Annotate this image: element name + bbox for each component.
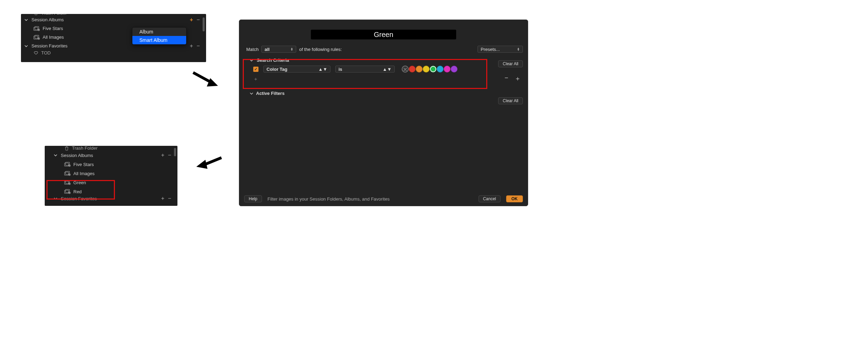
color-swatch-cyan[interactable] bbox=[437, 66, 444, 73]
color-swatch-green[interactable] bbox=[430, 66, 437, 73]
section-label: Search Criteria bbox=[257, 58, 289, 63]
chevron-down-icon bbox=[24, 44, 29, 48]
cancel-button[interactable]: Cancel bbox=[479, 195, 501, 202]
help-button[interactable]: Help bbox=[244, 195, 262, 202]
stepper-icon: ▲▼ bbox=[290, 47, 293, 51]
chevron-down-icon bbox=[54, 153, 59, 157]
menu-item-smart-album[interactable]: Smart Album bbox=[132, 36, 186, 44]
color-swatch-orange[interactable] bbox=[416, 66, 423, 73]
chevron-down-icon bbox=[250, 92, 253, 95]
rule-field-value: Color Tag bbox=[267, 67, 287, 72]
sidebar-label: Trash Folder bbox=[72, 146, 97, 151]
stepper-icon: ▲▼ bbox=[517, 47, 520, 51]
sidebar-item-label: All Images bbox=[73, 171, 95, 176]
chevron-down-icon bbox=[250, 59, 254, 62]
sidebar-item-tod-partial: TOD bbox=[21, 50, 206, 55]
remove-album-button[interactable]: − bbox=[197, 17, 200, 23]
sidebar-label: Trash Folder bbox=[41, 14, 67, 15]
match-label-prefix: Match bbox=[246, 47, 258, 52]
dialog-title-input[interactable]: Green bbox=[311, 30, 456, 39]
smart-album-icon bbox=[64, 180, 71, 185]
match-mode-select[interactable]: all ▲▼ bbox=[261, 46, 296, 53]
smart-album-icon bbox=[64, 189, 71, 194]
add-criteria-row: ＋ bbox=[239, 74, 528, 82]
sidebar-item-label: Five Stars bbox=[73, 162, 94, 167]
sidebar-group-session-albums[interactable]: Session Albums + − bbox=[21, 15, 206, 24]
smart-album-icon bbox=[64, 162, 71, 167]
remove-rule-button[interactable]: − bbox=[504, 74, 508, 83]
remove-favorite-button[interactable]: − bbox=[168, 195, 171, 202]
arrow-icon bbox=[195, 155, 223, 170]
sidebar-item-five-stars[interactable]: Five Stars bbox=[45, 160, 177, 169]
rule-field-select[interactable]: Color Tag ▲▼ bbox=[263, 66, 330, 73]
dialog-hint-text: Filter images in your Session Folders, A… bbox=[268, 196, 390, 202]
svg-rect-15 bbox=[65, 190, 68, 193]
heart-icon bbox=[34, 50, 38, 55]
sidebar-group-label: Session Favorites bbox=[61, 196, 97, 201]
dialog-footer: Help Filter images in your Session Folde… bbox=[239, 192, 528, 206]
remove-favorite-button[interactable]: − bbox=[197, 43, 200, 49]
ok-button[interactable]: OK bbox=[506, 195, 523, 202]
remove-album-button[interactable]: − bbox=[168, 152, 171, 158]
clear-all-criteria-button[interactable]: Clear All bbox=[498, 60, 523, 67]
section-active-filters[interactable]: Active Filters bbox=[250, 91, 528, 96]
sidebar-group-session-favorites-partial: Session Favorites + − bbox=[45, 196, 177, 201]
chevron-down-icon bbox=[24, 18, 29, 22]
sidebar-item-red[interactable]: Red bbox=[45, 187, 177, 196]
sidebar-item-label: All Images bbox=[43, 35, 64, 40]
match-label-suffix: of the following rules: bbox=[299, 47, 342, 52]
sidebar-item-green[interactable]: Green bbox=[45, 178, 177, 187]
add-album-button[interactable]: + bbox=[161, 152, 164, 158]
sidebar-item-label: Red bbox=[73, 189, 82, 194]
menu-item-album[interactable]: Album bbox=[132, 28, 186, 36]
smart-album-icon bbox=[34, 35, 40, 40]
sidebar-item-trash-partial: Trash Folder bbox=[45, 146, 177, 151]
svg-rect-6 bbox=[65, 163, 68, 166]
chevron-down-icon bbox=[54, 197, 59, 200]
scrollbar-thumb[interactable] bbox=[203, 17, 205, 31]
match-mode-value: all bbox=[264, 47, 269, 52]
add-favorite-button[interactable]: + bbox=[190, 43, 193, 49]
color-swatch-none[interactable] bbox=[402, 66, 409, 73]
svg-rect-0 bbox=[34, 27, 38, 30]
svg-rect-3 bbox=[34, 36, 38, 39]
sidebar-panel-2: Trash Folder Session Albums + − Five Sta… bbox=[45, 146, 177, 206]
stepper-icon: ▲▼ bbox=[382, 67, 392, 72]
section-search-criteria[interactable]: Search Criteria bbox=[239, 55, 528, 64]
rule-operator-value: is bbox=[338, 67, 342, 72]
arrow-icon bbox=[191, 70, 219, 89]
rule-operator-select[interactable]: is ▲▼ bbox=[335, 66, 395, 73]
section-label: Active Filters bbox=[256, 91, 285, 96]
color-swatch-yellow[interactable] bbox=[423, 66, 430, 73]
clear-all-filters-button[interactable]: Clear All bbox=[498, 97, 523, 104]
sidebar-group-label: Session Favorites bbox=[31, 43, 67, 48]
sidebar-item-label: Green bbox=[73, 180, 86, 185]
sidebar-group-label: Session Albums bbox=[61, 153, 93, 158]
sidebar-item-label: TOD bbox=[41, 50, 51, 55]
svg-rect-9 bbox=[65, 172, 68, 175]
add-rule-button[interactable]: ＋ bbox=[515, 74, 521, 83]
color-tag-swatches bbox=[402, 66, 458, 73]
sidebar-item-all-images[interactable]: All Images bbox=[45, 169, 177, 178]
sidebar-group-label: Session Albums bbox=[31, 17, 64, 22]
color-swatch-magenta[interactable] bbox=[444, 66, 451, 73]
scrollbar-thumb[interactable] bbox=[174, 148, 176, 156]
trash-icon bbox=[64, 146, 69, 151]
smart-album-icon bbox=[34, 26, 40, 31]
smart-album-icon bbox=[64, 171, 71, 176]
context-menu: Album Smart Album bbox=[132, 27, 187, 45]
add-criteria-button[interactable]: ＋ bbox=[253, 76, 258, 82]
presets-label: Presets... bbox=[481, 47, 500, 52]
smart-album-dialog: Green Match all ▲▼ of the following rule… bbox=[239, 20, 528, 206]
color-swatch-purple[interactable] bbox=[451, 66, 458, 73]
sidebar-group-session-albums[interactable]: Session Albums + − bbox=[45, 151, 177, 160]
criteria-rule-row: ✓ Color Tag ▲▼ is ▲▼ bbox=[239, 64, 528, 74]
svg-rect-12 bbox=[65, 181, 68, 184]
add-album-button[interactable]: + bbox=[190, 17, 193, 23]
presets-select[interactable]: Presets... ▲▼ bbox=[477, 46, 523, 53]
trash-icon bbox=[34, 14, 38, 15]
color-swatch-red[interactable] bbox=[409, 66, 416, 73]
add-favorite-button[interactable]: + bbox=[161, 195, 164, 202]
stepper-icon: ▲▼ bbox=[318, 67, 327, 72]
rule-enabled-checkbox[interactable]: ✓ bbox=[253, 67, 258, 72]
